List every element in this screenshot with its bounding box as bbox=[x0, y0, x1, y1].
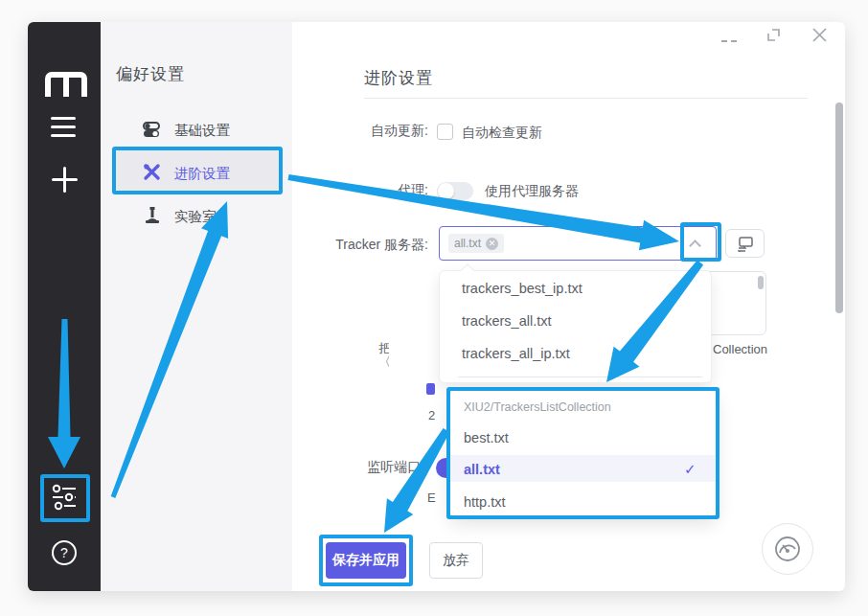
annotation-box-dropdown-group bbox=[446, 387, 720, 519]
lab-icon bbox=[144, 206, 161, 224]
basic-settings-icon bbox=[143, 121, 161, 139]
sidebar-item-label: 基础设置 bbox=[174, 122, 230, 140]
auto-update-option-label: 自动检查更新 bbox=[462, 125, 542, 142]
page-title: 进阶设置 bbox=[364, 67, 433, 89]
sync-tracker-button[interactable] bbox=[725, 229, 765, 258]
dropdown-item[interactable]: trackers_best_ip.txt bbox=[462, 281, 701, 302]
annotation-box-save-button bbox=[319, 535, 413, 586]
number-fragment: 2 bbox=[428, 408, 438, 422]
tag-close-icon[interactable]: ✕ bbox=[486, 238, 498, 250]
annotation-box-chevron bbox=[680, 222, 721, 262]
tracker-tag-label: all.txt bbox=[454, 237, 481, 250]
dropdown-item[interactable]: trackers_all.txt bbox=[462, 313, 701, 334]
clipped-text-fragment: 〈 bbox=[378, 354, 389, 371]
help-icon[interactable]: ? bbox=[52, 540, 77, 565]
tracker-source-link-fragment[interactable]: Collection bbox=[713, 342, 770, 356]
preferences-title: 偏好设置 bbox=[116, 63, 185, 85]
speed-gauge-button[interactable] bbox=[762, 523, 813, 575]
proxy-toggle[interactable] bbox=[437, 182, 473, 200]
maximize-button[interactable] bbox=[766, 28, 782, 43]
sync-icon bbox=[738, 237, 754, 252]
textarea-scrollbar[interactable] bbox=[758, 276, 764, 289]
auto-update-label: 自动更新: bbox=[316, 123, 428, 140]
listen-port-label: 监听端口 bbox=[367, 459, 421, 476]
minimize-button[interactable] bbox=[721, 40, 737, 42]
proxy-option-label: 使用代理服务器 bbox=[485, 183, 579, 200]
checkbox-fragment bbox=[426, 383, 435, 395]
dropdown-item[interactable]: trackers_all_ip.txt bbox=[462, 346, 701, 367]
proxy-label: 代理: bbox=[316, 182, 428, 199]
motrix-logo-icon bbox=[45, 70, 87, 99]
sidebar-item-label: 实验室 bbox=[174, 208, 217, 226]
annotation-box-settings-icon bbox=[40, 474, 90, 522]
dropdown-divider bbox=[458, 376, 702, 377]
title-divider bbox=[364, 98, 808, 99]
toggle-knob bbox=[438, 183, 454, 199]
preferences-sidebar bbox=[101, 22, 292, 591]
tracker-label: Tracker 服务器: bbox=[297, 237, 428, 254]
auto-update-checkbox[interactable] bbox=[437, 124, 453, 140]
letter-fragment: E bbox=[427, 491, 439, 505]
screenshot-root: ? 偏好设置 基础设置 进阶设置 实验室 bbox=[0, 0, 868, 616]
tracker-tag: all.txt ✕ bbox=[448, 234, 504, 253]
main-scrollbar[interactable] bbox=[835, 103, 843, 313]
gauge-icon bbox=[772, 534, 803, 564]
annotation-box-advanced-menu bbox=[112, 147, 283, 194]
discard-button[interactable]: 放弃 bbox=[429, 542, 483, 579]
close-button[interactable] bbox=[811, 27, 828, 43]
